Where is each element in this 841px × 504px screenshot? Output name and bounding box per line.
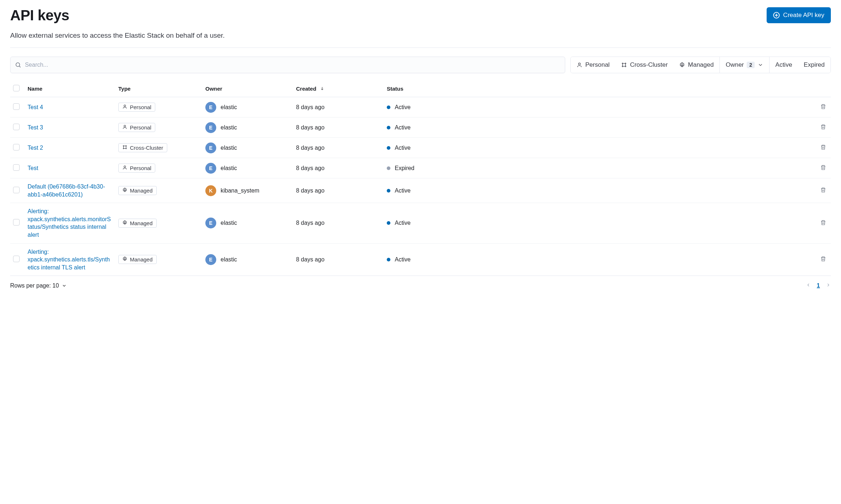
svg-point-0 [16,63,20,66]
table-row: Default (0e67686b-63cf-4b30-abb1-a46be61… [10,178,831,203]
delete-button[interactable] [819,142,828,153]
page-title: API keys [10,7,69,24]
cluster-icon [621,62,627,68]
svg-point-32 [124,189,126,191]
filter-managed[interactable]: Managed [673,57,719,73]
column-header-name[interactable]: Name [25,81,115,97]
svg-point-3 [622,63,623,64]
row-checkbox[interactable] [13,124,20,130]
column-header-owner[interactable]: Owner [202,81,293,97]
status-dot-icon [387,189,390,193]
pagination: 1 [806,282,831,289]
api-key-name-link[interactable]: Test 3 [28,124,43,132]
type-badge: Personal [118,103,155,112]
column-header-created[interactable]: Created [293,81,384,97]
owner-name: elastic [221,220,237,226]
svg-line-1 [19,66,20,67]
type-badge: Personal [118,164,155,173]
trash-icon [820,146,826,152]
created-time: 8 days ago [296,124,324,131]
pagination-prev[interactable] [806,282,811,289]
column-header-type[interactable]: Type [115,81,202,97]
column-header-created-label: Created [296,86,316,92]
create-api-key-button[interactable]: Create API key [767,7,831,23]
trash-icon [820,189,826,195]
svg-point-5 [622,66,623,67]
filter-personal[interactable]: Personal [571,57,615,73]
select-all-checkbox[interactable] [13,85,20,91]
svg-point-6 [625,66,626,67]
row-checkbox[interactable] [13,187,20,193]
owner-name: elastic [221,104,237,111]
avatar: E [205,218,216,228]
type-badge: Personal [118,123,155,132]
filter-managed-label: Managed [688,61,714,69]
pagination-next[interactable] [826,282,831,289]
filter-owner-count: 2 [747,62,755,68]
status-dot-icon [387,221,390,225]
rows-per-page-selector[interactable]: Rows per page: 10 [10,282,67,289]
status-label: Active [395,104,411,111]
trash-icon [820,126,826,132]
svg-point-21 [123,148,124,149]
user-icon [577,62,582,68]
row-checkbox[interactable] [13,144,20,150]
type-label: Managed [130,256,153,263]
created-time: 8 days ago [296,145,324,151]
delete-button[interactable] [819,122,828,133]
trash-icon [820,167,826,172]
create-api-key-label: Create API key [783,12,824,19]
filter-expired[interactable]: Expired [798,57,830,73]
trash-icon [820,258,826,264]
trash-icon [820,222,826,227]
avatar: K [205,185,216,196]
column-header-status[interactable]: Status [384,81,813,97]
status-dot-icon [387,126,390,129]
filter-owner[interactable]: Owner 2 [720,57,769,73]
api-key-name-link[interactable]: Alerting: xpack.synthetics.alerts.monito… [28,207,111,239]
svg-point-22 [126,148,126,149]
filter-group: Personal Cross-Cluster Managed Owner 2 A… [570,57,831,73]
row-checkbox[interactable] [13,219,20,226]
gear-icon [122,187,127,194]
user-icon [122,124,127,131]
filter-expired-label: Expired [804,61,825,69]
api-key-name-link[interactable]: Test 2 [28,144,43,152]
section-divider [10,47,831,48]
status-label: Expired [395,165,414,172]
api-key-name-link[interactable]: Test 4 [28,103,43,111]
owner-name: elastic [221,124,237,131]
filter-active[interactable]: Active [770,57,798,73]
svg-point-4 [625,63,626,64]
rows-per-page-label: Rows per page: 10 [10,282,59,289]
svg-point-13 [124,105,126,107]
trash-icon [820,106,826,111]
row-checkbox[interactable] [13,256,20,262]
api-key-name-link[interactable]: Default (0e67686b-63cf-4b30-abb1-a46be61… [28,183,111,198]
delete-button[interactable] [819,254,828,265]
table-row: Test 3PersonalEelastic8 days agoActive [10,117,831,138]
gear-icon [122,256,127,263]
gear-icon [122,220,127,226]
status-dot-icon [387,258,390,261]
created-time: 8 days ago [296,187,324,194]
type-label: Managed [130,187,153,194]
filter-cross-cluster[interactable]: Cross-Cluster [615,57,673,73]
type-badge: Managed [118,186,157,195]
svg-point-35 [124,222,126,223]
type-label: Personal [130,124,151,131]
table-row: TestPersonalEelastic8 days agoExpired [10,158,831,178]
api-key-name-link[interactable]: Test [28,164,38,172]
delete-button[interactable] [819,102,828,113]
row-checkbox[interactable] [13,164,20,171]
filter-owner-label: Owner [726,61,744,69]
api-key-name-link[interactable]: Alerting: xpack.synthetics.alerts.tls/Sy… [28,248,111,272]
search-input[interactable] [25,62,561,68]
status-dot-icon [387,166,390,170]
search-field-wrapper[interactable] [10,57,565,73]
delete-button[interactable] [819,185,828,196]
row-checkbox[interactable] [13,103,20,110]
pagination-page-current[interactable]: 1 [817,282,820,289]
delete-button[interactable] [819,218,828,229]
delete-button[interactable] [819,162,828,174]
